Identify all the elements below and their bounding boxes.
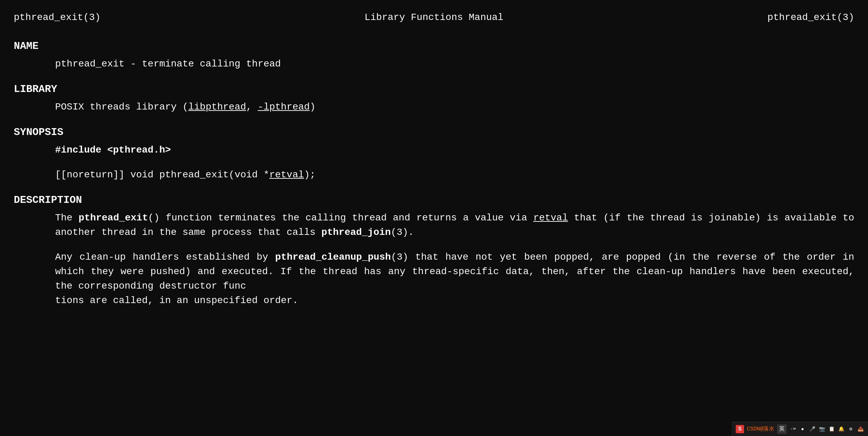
retval-link-desc[interactable]: retval [533,212,568,223]
camera-icon[interactable]: 📷 [818,426,825,433]
section-name-content: pthread_exit - terminate calling thread [14,57,854,71]
section-description-label: DESCRIPTION [14,193,854,208]
input-icon[interactable]: ·⌨ [789,426,796,433]
section-name: NAME pthread_exit - terminate calling th… [14,39,854,71]
description-para1: The pthread_exit() function terminates t… [55,211,854,240]
pthread-join-bold: pthread_join [321,227,391,238]
section-synopsis-content: #include <pthread.h> [[noreturn]] void p… [14,143,854,182]
csdn-label: CSDN@落水 [747,425,774,433]
section-library-content: POSIX threads library (libpthread, -lpth… [14,100,854,114]
header-center: Library Functions Manual [364,10,503,25]
libpthread-link[interactable]: libpthread [188,102,246,112]
pthread-exit-bold: pthread_exit [79,212,148,223]
section-synopsis: SYNOPSIS #include <pthread.h> [[noreturn… [14,125,854,182]
clipboard-icon[interactable]: 📋 [828,426,835,433]
synopsis-function: [[noreturn]] void pthread_exit(void *ret… [55,168,854,182]
pthread-cleanup-push-bold: pthread_cleanup_push [275,252,391,262]
man-page-header: pthread_exit(3) Library Functions Manual… [14,10,854,25]
mic-icon[interactable]: 🎤 [809,426,816,433]
lpthread-link[interactable]: -lpthread [258,102,310,112]
section-description: DESCRIPTION The pthread_exit() function … [14,193,854,308]
section-description-content: The pthread_exit() function terminates t… [14,211,854,308]
language-indicator[interactable]: 英 [777,424,787,434]
dot-icon: ● [799,426,806,433]
taskbar: S CSDN@落水 英 ·⌨ ● 🎤 📷 📋 🔔 ⚙ 📤 [732,422,868,436]
section-library-label: LIBRARY [14,82,854,97]
section-synopsis-label: SYNOPSIS [14,125,854,140]
gear-icon[interactable]: ⚙ [847,426,854,433]
description-para2: Any clean-up handlers established by pth… [55,250,854,308]
csdn-logo: S [736,425,744,433]
bell-icon[interactable]: 🔔 [838,426,845,433]
header-left: pthread_exit(3) [14,10,101,25]
synopsis-include: #include <pthread.h> [55,143,854,157]
section-library: LIBRARY POSIX threads library (libpthrea… [14,82,854,114]
retval-link-synopsis[interactable]: retval [269,169,304,180]
section-name-label: NAME [14,39,854,54]
header-right: pthread_exit(3) [767,10,854,25]
extra-icon[interactable]: 📤 [857,426,864,433]
